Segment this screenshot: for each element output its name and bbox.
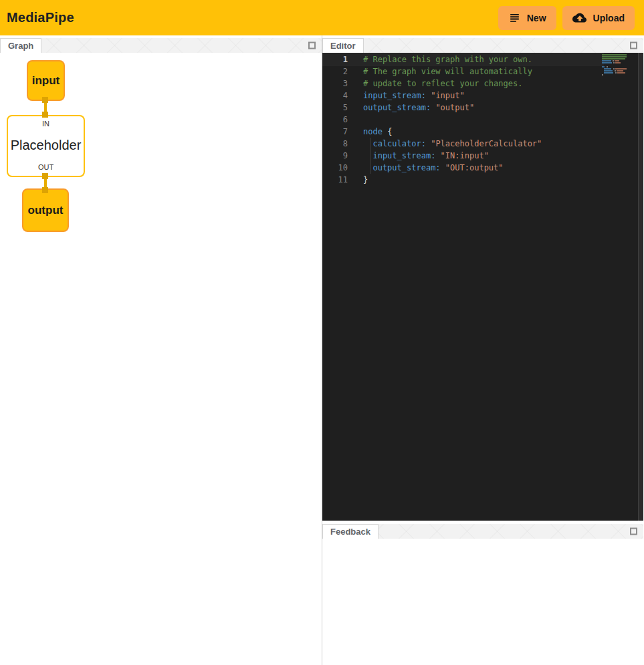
header-actions: New Upload — [498, 6, 635, 30]
upload-button-label: Upload — [593, 13, 625, 23]
indent-guide — [370, 138, 371, 150]
indent-guide — [370, 162, 371, 174]
line-number: 5 — [322, 102, 348, 114]
line-number: 7 — [322, 126, 348, 138]
port-output-in[interactable] — [42, 187, 48, 193]
code-line-3[interactable]: 3# update to reflect your changes. — [322, 78, 604, 90]
code-line-2[interactable]: 2# The graph view will automatically — [322, 65, 604, 78]
graph-canvas[interactable]: input IN Placeholder OUT output — [0, 53, 322, 665]
graph-node-placeholder[interactable]: IN Placeholder OUT — [7, 115, 85, 177]
code-editor[interactable]: 1# Replace this graph with your own.2# T… — [322, 53, 643, 521]
node-input-label: input — [32, 74, 60, 88]
placeholder-in-label: IN — [42, 120, 49, 128]
graph-node-input[interactable]: input — [27, 60, 65, 101]
line-number: 3 — [322, 78, 348, 90]
tab-feedback-label: Feedback — [330, 527, 370, 537]
line-number: 9 — [322, 150, 348, 162]
editor-maximize-icon[interactable] — [630, 42, 637, 49]
node-output-label: output — [28, 204, 64, 217]
new-button[interactable]: New — [498, 6, 556, 30]
upload-button[interactable]: Upload — [562, 6, 635, 30]
port-placeholder-in[interactable] — [42, 112, 48, 118]
feedback-tabbar: Feedback — [322, 524, 643, 539]
tab-editor-label: Editor — [330, 41, 356, 51]
subject-lines-icon — [508, 11, 521, 24]
graph-maximize-icon[interactable] — [308, 42, 316, 49]
graph-tabbar: Graph — [0, 38, 322, 53]
line-number: 1 — [322, 53, 348, 65]
line-number: 11 — [322, 174, 348, 186]
feedback-content — [322, 539, 643, 665]
cloud-upload-icon — [572, 11, 587, 25]
code-line-7[interactable]: 7node { — [322, 126, 604, 138]
code-line-11[interactable]: 11} — [322, 174, 604, 186]
code-line-4[interactable]: 4input_stream: "input" — [322, 90, 604, 102]
code-line-1[interactable]: 1# Replace this graph with your own. — [322, 53, 604, 65]
line-number: 4 — [322, 90, 348, 102]
placeholder-out-label: OUT — [38, 163, 53, 171]
graph-node-output[interactable]: output — [22, 188, 69, 232]
placeholder-name-label: Placeholder — [11, 138, 82, 153]
code-line-9[interactable]: 9 input_stream: "IN:input" — [322, 150, 604, 162]
code-line-6[interactable]: 6 — [322, 114, 604, 126]
tab-graph[interactable]: Graph — [0, 38, 41, 53]
code-line-5[interactable]: 5output_stream: "output" — [322, 102, 604, 114]
tab-editor[interactable]: Editor — [322, 38, 364, 53]
port-placeholder-out[interactable] — [42, 173, 48, 179]
graph-panel: Graph input IN Placeholder OUT output — [0, 35, 322, 665]
editor-scrollbar[interactable] — [638, 53, 643, 521]
new-button-label: New — [527, 13, 546, 23]
tab-feedback[interactable]: Feedback — [322, 524, 379, 539]
line-number: 10 — [322, 162, 348, 174]
line-number: 2 — [322, 65, 348, 78]
line-number: 8 — [322, 138, 348, 150]
feedback-maximize-icon[interactable] — [630, 528, 637, 535]
code-line-10[interactable]: 10 output_stream: "OUT:output" — [322, 162, 604, 174]
tab-graph-label: Graph — [8, 41, 33, 51]
editor-minimap[interactable] — [602, 54, 627, 76]
right-panel: Editor 1# Replace this graph with your o… — [322, 35, 643, 665]
line-number: 6 — [322, 114, 348, 126]
app-title: MediaPipe — [7, 10, 74, 25]
port-input-out[interactable] — [42, 97, 48, 103]
indent-guide — [370, 150, 371, 162]
code-line-8[interactable]: 8 calculator: "PlaceholderCalculator" — [322, 138, 604, 150]
editor-code-lines[interactable]: 1# Replace this graph with your own.2# T… — [322, 53, 604, 186]
editor-tabbar: Editor — [322, 38, 643, 53]
app-header: MediaPipe New Upload — [0, 0, 644, 35]
main-area: Graph input IN Placeholder OUT output — [0, 35, 644, 665]
